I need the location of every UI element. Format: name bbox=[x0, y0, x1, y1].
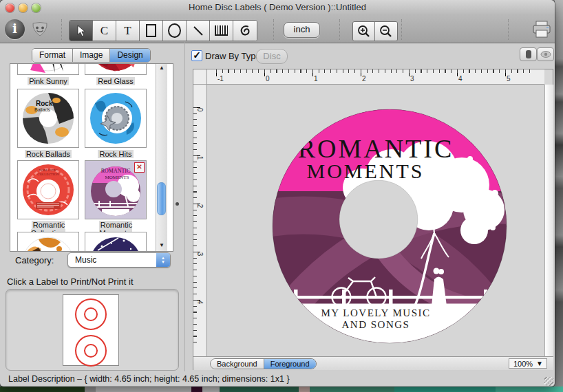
toolbar-separator bbox=[508, 19, 509, 40]
ruler-h-label: 2 bbox=[362, 75, 366, 83]
ruler-v-label: 0 bbox=[196, 108, 204, 112]
select-tool-button[interactable] bbox=[70, 21, 93, 41]
category-label: Category: bbox=[15, 255, 54, 265]
rectangle-tool-button[interactable] bbox=[140, 21, 163, 41]
arrow-cursor-icon bbox=[76, 25, 86, 37]
template-item-rock-ballads[interactable]: Rock Ballads bbox=[17, 89, 79, 148]
thumb-art-text: COLLECTION bbox=[37, 173, 59, 176]
tab-background-layer[interactable]: Background bbox=[211, 359, 264, 369]
background-window-strip-bottom bbox=[0, 386, 563, 392]
disc-button[interactable]: Disc bbox=[256, 49, 288, 64]
ruler-h-label: 1 bbox=[314, 75, 318, 83]
left-panel-tabs: Format Image Design bbox=[32, 48, 151, 63]
template-item-romantic-moments[interactable]: ROMANTIC MOMENTS ✕ bbox=[85, 160, 147, 219]
category-dropdown[interactable]: Music ▲ ▼ bbox=[67, 252, 171, 268]
resize-grip[interactable] bbox=[544, 377, 553, 386]
template-thumbnail bbox=[85, 232, 146, 252]
print-sheet[interactable] bbox=[63, 294, 119, 366]
design-canvas[interactable]: ROMANTIC MOMENTS MY LOVELY MUSIC AND SON… bbox=[207, 85, 544, 357]
canvas-bottom-bar: Background Foreground 100% ▼ bbox=[193, 356, 553, 370]
checkmark-icon: ✓ bbox=[193, 50, 201, 61]
toolbar-separator bbox=[273, 19, 274, 40]
disc-title-line1: ROMANTIC bbox=[298, 134, 454, 163]
thumb-art-text: Rock bbox=[36, 100, 53, 107]
barcode-tool-button[interactable] bbox=[210, 21, 233, 41]
spiral-tool-button[interactable] bbox=[233, 21, 257, 41]
canvas-vertical-scrollbar[interactable] bbox=[544, 85, 553, 357]
thumb-art-text: Ballads bbox=[34, 107, 50, 112]
tab-design[interactable]: Design bbox=[110, 49, 149, 62]
template-item-pink-sunny[interactable] bbox=[17, 63, 79, 75]
ruler-v-label: 1 bbox=[196, 156, 204, 160]
unit-button[interactable]: inch bbox=[284, 22, 320, 38]
toolbar-separator bbox=[61, 19, 62, 40]
screen: Home Disc Labels ( Demo Version )::Untit… bbox=[0, 0, 563, 392]
printer-icon bbox=[531, 19, 553, 40]
tab-format[interactable]: Format bbox=[32, 49, 73, 62]
template-item-romantic-collection[interactable]: ROMANTIC COLLECTION bbox=[17, 160, 79, 219]
disc-center-hole bbox=[339, 180, 418, 259]
ruler-h-label: 4 bbox=[458, 75, 463, 83]
toolbar-separator bbox=[401, 19, 402, 40]
tab-image[interactable]: Image bbox=[73, 49, 110, 62]
window-header: Home Disc Labels ( Demo Version )::Untit… bbox=[0, 0, 555, 43]
disc-title-line2: MOMENTS bbox=[306, 160, 424, 182]
template-item-red-glass[interactable] bbox=[85, 63, 147, 75]
arc-tool-button[interactable]: C bbox=[93, 21, 116, 41]
thumb-art-text: ROMANTIC bbox=[101, 168, 131, 174]
info-button[interactable]: i bbox=[5, 19, 25, 39]
ruler-h-label: 5 bbox=[507, 75, 511, 83]
horizontal-ruler: -1 0 1 2 3 4 5 bbox=[207, 69, 544, 85]
eye-icon bbox=[540, 51, 551, 58]
thumb-art-text: MOMENTS bbox=[105, 175, 129, 180]
zoom-buttons bbox=[352, 21, 398, 41]
template-thumbnail bbox=[85, 89, 146, 147]
label-shape-icon bbox=[526, 50, 531, 58]
ruler-h-label: 0 bbox=[266, 75, 270, 83]
template-item-partial-left[interactable] bbox=[17, 232, 79, 252]
tool-palette: C T bbox=[69, 20, 257, 41]
zoom-in-button[interactable] bbox=[353, 22, 375, 41]
template-label: Rock Hits bbox=[83, 150, 149, 158]
window-title: Home Disc Labels ( Demo Version )::Untit… bbox=[0, 2, 555, 12]
canvas-frame: -1 0 1 2 3 4 5 0 1 2 3 4 bbox=[193, 69, 553, 370]
zoom-out-button[interactable] bbox=[375, 22, 397, 41]
print-button[interactable] bbox=[531, 19, 553, 40]
vertical-ruler: 0 1 2 3 4 bbox=[193, 85, 207, 357]
draw-by-type-checkbox[interactable]: ✓ bbox=[191, 50, 202, 61]
barcode-tool-icon bbox=[215, 25, 228, 36]
tab-foreground-layer[interactable]: Foreground bbox=[264, 359, 316, 369]
scroll-up-icon[interactable]: ▲ bbox=[156, 64, 167, 72]
oval-tool-icon bbox=[168, 23, 181, 38]
disc-preview: ROMANTIC MOMENTS MY LOVELY MUSIC AND SON… bbox=[207, 85, 544, 357]
text-tool-button[interactable]: T bbox=[116, 21, 140, 41]
line-tool-button[interactable] bbox=[187, 21, 210, 41]
mask-icon[interactable] bbox=[31, 21, 49, 38]
layer-tabs: Background Foreground bbox=[210, 358, 317, 369]
label-shape-button[interactable] bbox=[520, 47, 537, 61]
zoom-in-icon bbox=[357, 24, 372, 39]
template-thumbnail: Rock Ballads bbox=[18, 89, 78, 147]
pane-splitter[interactable] bbox=[184, 43, 185, 371]
ruler-v-label: 3 bbox=[196, 252, 204, 257]
template-close-button[interactable]: ✕ bbox=[134, 162, 145, 173]
print-disc-hole-outline bbox=[84, 307, 98, 321]
print-disc-hole-outline bbox=[84, 344, 98, 358]
template-item-partial-right[interactable] bbox=[85, 232, 147, 252]
preview-eye-button[interactable] bbox=[537, 47, 554, 61]
template-thumbnail bbox=[85, 63, 146, 74]
oval-tool-button[interactable] bbox=[163, 21, 187, 41]
template-list-scrollbar[interactable]: ▲ ▼ bbox=[156, 64, 167, 251]
pane-splitter-handle[interactable] bbox=[176, 202, 179, 206]
thumb-art-text: ROMANTIC bbox=[39, 168, 58, 172]
scrollbar-thumb[interactable] bbox=[157, 182, 166, 215]
spiral-tool-icon bbox=[238, 24, 252, 38]
template-item-rock-hits[interactable] bbox=[85, 89, 147, 148]
category-value: Music bbox=[75, 255, 96, 265]
ruler-corner bbox=[193, 69, 207, 85]
template-thumbnail: ROMANTIC COLLECTION bbox=[18, 161, 78, 219]
ruler-v-label: 2 bbox=[196, 204, 204, 208]
zoom-level-dropdown[interactable]: 100% ▼ bbox=[509, 358, 547, 369]
scroll-down-icon[interactable]: ▼ bbox=[156, 241, 167, 250]
ruler-v-label: 4 bbox=[196, 301, 204, 305]
